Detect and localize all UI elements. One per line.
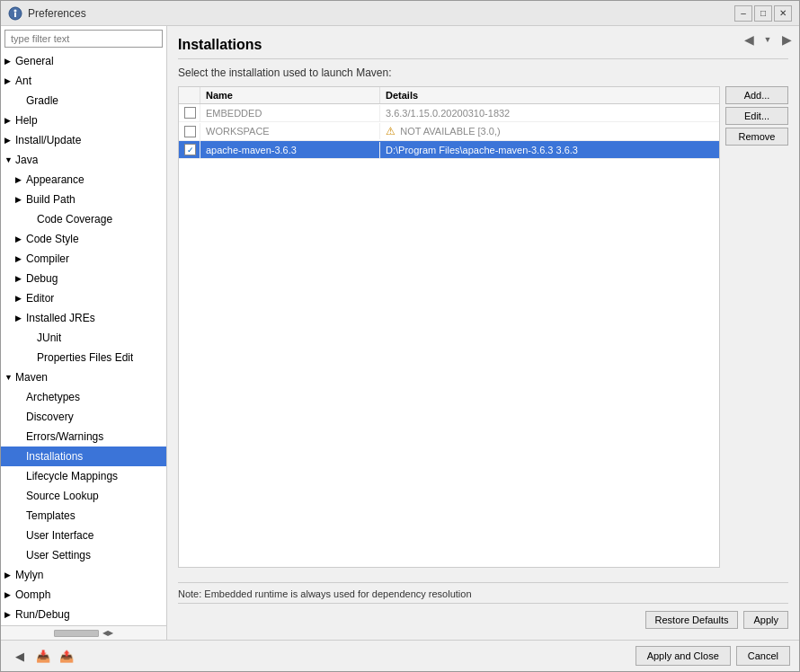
checkbox-embedded[interactable] [184, 107, 196, 119]
tree-label-appearance: Appearance [26, 172, 84, 188]
cell-details-workspace: ⚠ NOT AVAILABLE [3.0,) [380, 122, 719, 140]
forward-button[interactable]: ▶ [778, 31, 796, 48]
sidebar-item-debug[interactable]: ▶Debug [1, 269, 166, 288]
sidebar-item-code-style[interactable]: ▶Code Style [1, 229, 166, 249]
cell-name-embedded: EMBEDDED [200, 105, 380, 121]
back-page-button[interactable]: ◀ [10, 646, 30, 666]
tree-arrow-java: ▼ [4, 152, 15, 168]
tree-arrow-oomph: ▶ [4, 587, 15, 603]
svg-point-1 [14, 9, 17, 12]
cell-details-embedded: 3.6.3/1.15.0.20200310-1832 [380, 105, 719, 121]
table-row-workspace[interactable]: WORKSPACE⚠ NOT AVAILABLE [3.0,) [179, 122, 719, 141]
sidebar-item-build-path[interactable]: ▶Build Path [1, 190, 166, 209]
edit-button[interactable]: Edit... [725, 107, 788, 125]
sidebar-item-discovery[interactable]: Discovery [1, 407, 166, 427]
warning-icon-workspace: ⚠ [386, 125, 398, 137]
sidebar-item-help[interactable]: ▶Help [1, 111, 166, 130]
sidebar-item-mylyn[interactable]: ▶Mylyn [1, 565, 166, 585]
tree-arrow-run-debug: ▶ [4, 606, 15, 623]
tree-label-properties-files: Properties Files Edit [37, 349, 133, 366]
tree-label-junit: JUnit [37, 330, 61, 346]
cancel-button[interactable]: Cancel [736, 646, 790, 666]
table-rows: EMBEDDED3.6.3/1.15.0.20200310-1832WORKSP… [179, 104, 719, 159]
sidebar-item-installations[interactable]: Installations [1, 447, 166, 466]
right-panel: ◀ ▼ ▶ Installations Select the installat… [167, 26, 799, 640]
sidebar-item-compiler[interactable]: ▶Compiler [1, 249, 166, 269]
tree-arrow-debug: ▶ [15, 270, 26, 287]
apply-and-close-button[interactable]: Apply and Close [636, 646, 731, 666]
history-dropdown[interactable]: ▼ [759, 31, 777, 48]
sidebar-item-maven[interactable]: ▼Maven [1, 367, 166, 387]
cell-check-workspace[interactable] [179, 123, 200, 140]
sidebar-item-editor[interactable]: ▶Editor [1, 288, 166, 308]
tree-label-oomph: Oomph [15, 587, 50, 603]
checkbox-workspace[interactable] [184, 126, 196, 137]
sidebar-item-source-lookup[interactable]: Source Lookup [1, 486, 166, 506]
table-row-apache-maven[interactable]: ✓apache-maven-3.6.3D:\Program Files\apac… [179, 141, 719, 159]
sidebar-item-installed-jres[interactable]: ▶Installed JREs [1, 308, 166, 328]
sidebar-item-user-interface[interactable]: User Interface [1, 526, 166, 545]
back-button[interactable]: ◀ [740, 31, 758, 48]
remove-button[interactable]: Remove [725, 128, 788, 146]
restore-defaults-button[interactable]: Restore Defaults [645, 611, 739, 629]
tree-label-compiler: Compiler [26, 251, 69, 267]
tree-label-general: General [15, 53, 54, 69]
sidebar-item-errors-warnings[interactable]: Errors/Warnings [1, 427, 166, 447]
import-button[interactable]: 📥 [33, 646, 53, 666]
cell-check-apache-maven[interactable]: ✓ [179, 141, 200, 158]
export-button[interactable]: 📤 [57, 646, 76, 666]
tree-label-code-style: Code Style [26, 231, 79, 247]
nav-toolbar: ◀ ▼ ▶ [740, 31, 796, 48]
right-content: Installations Select the installation us… [178, 37, 788, 599]
tree-arrow-ant: ▶ [4, 73, 15, 89]
table-with-buttons: Name Details EMBEDDED3.6.3/1.15.0.202003… [178, 86, 788, 575]
cell-name-apache-maven: apache-maven-3.6.3 [200, 142, 380, 158]
tree-label-source-lookup: Source Lookup [26, 488, 99, 504]
sidebar-item-java[interactable]: ▼Java [1, 150, 166, 170]
tree-label-code-coverage: Code Coverage [37, 211, 112, 227]
tree-arrow-help: ▶ [4, 112, 15, 128]
sidebar-item-appearance[interactable]: ▶Appearance [1, 170, 166, 190]
sidebar-item-properties-files[interactable]: Properties Files Edit [1, 348, 166, 367]
cell-check-embedded[interactable] [179, 104, 200, 121]
tree-label-lifecycle-mappings: Lifecycle Mappings [26, 468, 118, 484]
sidebar-item-templates[interactable]: Templates [1, 506, 166, 526]
minimize-button[interactable]: – [734, 5, 752, 22]
col-header-details: Details [380, 87, 719, 103]
panel-bottom-bar: Restore Defaults Apply [178, 603, 788, 629]
add-button[interactable]: Add... [725, 86, 788, 104]
tree-label-debug: Debug [26, 270, 58, 287]
sidebar-item-gradle[interactable]: Gradle [1, 91, 166, 111]
sidebar-item-junit[interactable]: JUnit [1, 328, 166, 348]
sidebar-item-lifecycle-mappings[interactable]: Lifecycle Mappings [1, 466, 166, 486]
note-text: Note: Embedded runtime is always used fo… [178, 582, 788, 599]
apply-button[interactable]: Apply [743, 611, 788, 629]
sidebar-item-install-update[interactable]: ▶Install/Update [1, 130, 166, 150]
cell-details-apache-maven: D:\Program Files\apache-maven-3.6.3 3.6.… [380, 142, 719, 158]
close-button[interactable]: ✕ [774, 5, 792, 22]
panel-title: Installations [178, 37, 788, 59]
sidebar-item-user-settings[interactable]: User Settings [1, 545, 166, 565]
sidebar-item-oomph[interactable]: ▶Oomph [1, 585, 166, 605]
sidebar-item-archetypes[interactable]: Archetypes [1, 387, 166, 407]
bottom-bar: ◀ 📥 📤 Apply and Close Cancel [1, 640, 799, 671]
checkbox-apache-maven[interactable]: ✓ [184, 144, 196, 155]
tree-label-errors-warnings: Errors/Warnings [26, 429, 103, 445]
tree-label-gradle: Gradle [26, 93, 58, 109]
tree-label-help: Help [15, 112, 38, 128]
sidebar: ▶General▶AntGradle▶Help▶Install/Update▼J… [1, 26, 167, 640]
title-bar: Preferences – □ ✕ [1, 1, 799, 26]
tree-arrow-installed-jres: ▶ [15, 310, 26, 326]
sidebar-item-code-coverage[interactable]: Code Coverage [1, 209, 166, 229]
table-row-embedded[interactable]: EMBEDDED3.6.3/1.15.0.20200310-1832 [179, 104, 719, 122]
sidebar-item-run-debug[interactable]: ▶Run/Debug [1, 605, 166, 624]
maximize-button[interactable]: □ [754, 5, 772, 22]
sidebar-item-ant[interactable]: ▶Ant [1, 71, 166, 91]
tree-label-installations: Installations [26, 448, 83, 464]
tree-arrow-maven: ▼ [4, 369, 15, 385]
sidebar-item-general[interactable]: ▶General [1, 51, 166, 71]
window-icon [8, 6, 22, 21]
tree-label-user-interface: User Interface [26, 527, 93, 544]
installations-table: Name Details EMBEDDED3.6.3/1.15.0.202003… [178, 86, 720, 568]
filter-input[interactable] [4, 30, 163, 48]
